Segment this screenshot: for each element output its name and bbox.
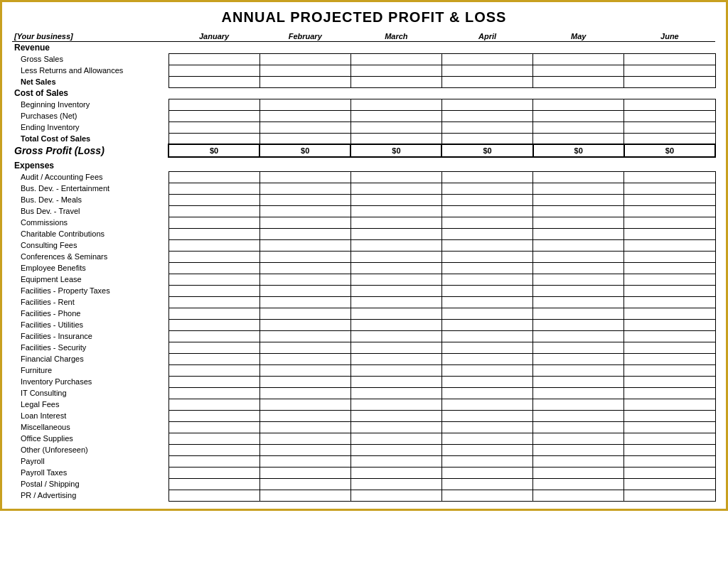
expense-14-col-1[interactable] xyxy=(259,330,350,342)
end-inv-mar[interactable] xyxy=(350,121,441,133)
expense-14-col-4[interactable] xyxy=(533,330,624,342)
expense-28-col-2[interactable] xyxy=(350,490,441,501)
total-cos-may[interactable] xyxy=(533,133,624,144)
expense-27-col-1[interactable] xyxy=(259,478,350,490)
revenue-may[interactable] xyxy=(533,42,624,54)
gross-profit-apr[interactable]: $0 xyxy=(441,144,532,157)
gross-sales-jun[interactable] xyxy=(624,53,715,65)
beg-inv-may[interactable] xyxy=(533,99,624,110)
expense-0-col-0[interactable] xyxy=(168,171,259,183)
net-sales-mar[interactable] xyxy=(350,76,441,87)
expense-10-col-4[interactable] xyxy=(533,285,624,296)
less-returns-apr[interactable] xyxy=(441,65,532,76)
expense-26-col-0[interactable] xyxy=(168,467,259,478)
less-returns-may[interactable] xyxy=(533,65,624,76)
expense-12-col-2[interactable] xyxy=(350,308,441,319)
gross-profit-feb[interactable]: $0 xyxy=(259,144,350,157)
expense-24-col-1[interactable] xyxy=(259,444,350,455)
revenue-apr[interactable] xyxy=(441,42,532,54)
expense-17-col-4[interactable] xyxy=(533,364,624,376)
expense-12-col-4[interactable] xyxy=(533,308,624,319)
expense-21-col-4[interactable] xyxy=(533,410,624,421)
less-returns-feb[interactable] xyxy=(259,65,350,76)
expense-16-col-5[interactable] xyxy=(624,353,715,364)
net-sales-apr[interactable] xyxy=(441,76,532,87)
expense-5-col-3[interactable] xyxy=(441,228,532,239)
end-inv-apr[interactable] xyxy=(441,121,532,133)
expense-15-col-5[interactable] xyxy=(624,342,715,353)
expense-14-col-5[interactable] xyxy=(624,330,715,342)
expense-15-col-0[interactable] xyxy=(168,342,259,353)
expense-1-col-1[interactable] xyxy=(259,183,350,194)
expense-8-col-5[interactable] xyxy=(624,262,715,274)
expense-16-col-0[interactable] xyxy=(168,353,259,364)
less-returns-jun[interactable] xyxy=(624,65,715,76)
expense-12-col-3[interactable] xyxy=(441,308,532,319)
expense-6-col-4[interactable] xyxy=(533,239,624,251)
expense-11-col-1[interactable] xyxy=(259,296,350,308)
expense-28-col-5[interactable] xyxy=(624,490,715,501)
gross-sales-may[interactable] xyxy=(533,53,624,65)
expense-8-col-0[interactable] xyxy=(168,262,259,274)
expense-28-col-4[interactable] xyxy=(533,490,624,501)
expense-14-col-3[interactable] xyxy=(441,330,532,342)
expense-7-col-0[interactable] xyxy=(168,251,259,262)
gross-profit-jan[interactable]: $0 xyxy=(168,144,259,157)
expense-25-col-5[interactable] xyxy=(624,455,715,467)
expense-9-col-5[interactable] xyxy=(624,274,715,285)
expense-2-col-4[interactable] xyxy=(533,194,624,205)
expense-7-col-4[interactable] xyxy=(533,251,624,262)
expense-6-col-0[interactable] xyxy=(168,239,259,251)
net-sales-feb[interactable] xyxy=(259,76,350,87)
expense-11-col-5[interactable] xyxy=(624,296,715,308)
expense-4-col-4[interactable] xyxy=(533,217,624,228)
expense-12-col-1[interactable] xyxy=(259,308,350,319)
expense-16-col-3[interactable] xyxy=(441,353,532,364)
expense-8-col-2[interactable] xyxy=(350,262,441,274)
gross-sales-mar[interactable] xyxy=(350,53,441,65)
expense-8-col-1[interactable] xyxy=(259,262,350,274)
expense-25-col-0[interactable] xyxy=(168,455,259,467)
expense-7-col-5[interactable] xyxy=(624,251,715,262)
expense-10-col-1[interactable] xyxy=(259,285,350,296)
expense-20-col-1[interactable] xyxy=(259,399,350,410)
expense-20-col-4[interactable] xyxy=(533,399,624,410)
expense-28-col-1[interactable] xyxy=(259,490,350,501)
expense-19-col-5[interactable] xyxy=(624,387,715,399)
expense-9-col-3[interactable] xyxy=(441,274,532,285)
expense-28-col-3[interactable] xyxy=(441,490,532,501)
purchases-feb[interactable] xyxy=(259,110,350,121)
expense-24-col-2[interactable] xyxy=(350,444,441,455)
expense-2-col-2[interactable] xyxy=(350,194,441,205)
expense-23-col-5[interactable] xyxy=(624,433,715,444)
expense-18-col-4[interactable] xyxy=(533,376,624,387)
expense-21-col-2[interactable] xyxy=(350,410,441,421)
expense-22-col-5[interactable] xyxy=(624,421,715,433)
expense-27-col-5[interactable] xyxy=(624,478,715,490)
expense-24-col-0[interactable] xyxy=(168,444,259,455)
expense-22-col-3[interactable] xyxy=(441,421,532,433)
expense-1-col-0[interactable] xyxy=(168,183,259,194)
expense-4-col-2[interactable] xyxy=(350,217,441,228)
expense-26-col-3[interactable] xyxy=(441,467,532,478)
expense-6-col-1[interactable] xyxy=(259,239,350,251)
revenue-jun[interactable] xyxy=(624,42,715,54)
beg-inv-mar[interactable] xyxy=(350,99,441,110)
end-inv-may[interactable] xyxy=(533,121,624,133)
expense-13-col-4[interactable] xyxy=(533,319,624,330)
expense-2-col-3[interactable] xyxy=(441,194,532,205)
beg-inv-feb[interactable] xyxy=(259,99,350,110)
expense-19-col-3[interactable] xyxy=(441,387,532,399)
expense-2-col-5[interactable] xyxy=(624,194,715,205)
net-sales-may[interactable] xyxy=(533,76,624,87)
expense-5-col-5[interactable] xyxy=(624,228,715,239)
expense-2-col-0[interactable] xyxy=(168,194,259,205)
total-cos-apr[interactable] xyxy=(441,133,532,144)
less-returns-jan[interactable] xyxy=(168,65,259,76)
end-inv-feb[interactable] xyxy=(259,121,350,133)
expense-17-col-5[interactable] xyxy=(624,364,715,376)
expense-3-col-4[interactable] xyxy=(533,205,624,217)
expense-4-col-1[interactable] xyxy=(259,217,350,228)
expense-15-col-3[interactable] xyxy=(441,342,532,353)
expense-24-col-4[interactable] xyxy=(533,444,624,455)
